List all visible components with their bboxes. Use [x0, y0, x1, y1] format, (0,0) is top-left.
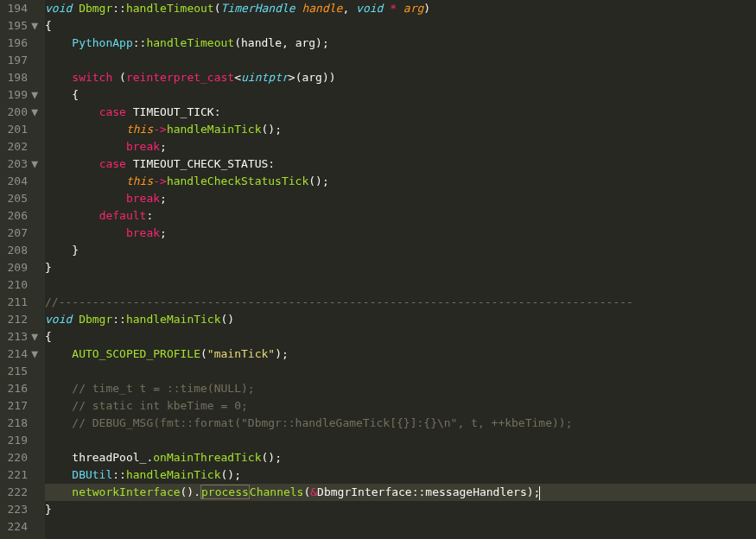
line-number: 207: [7, 225, 38, 242]
code-line[interactable]: AUTO_SCOPED_PROFILE("mainTick");: [45, 346, 756, 363]
line-number: 198: [7, 69, 38, 86]
fold-icon: ▼: [29, 155, 38, 173]
code-line[interactable]: [45, 276, 756, 294]
line-number: 218: [7, 415, 38, 432]
code-line[interactable]: PythonApp::handleTimeout(handle, arg);: [45, 35, 756, 52]
code-line[interactable]: this->handleCheckStatusTick();: [45, 173, 756, 190]
line-number: 221: [7, 466, 38, 484]
code-editor[interactable]: 194 195▼ 196 197 198 199▼ 200▼ 201 202 2…: [0, 0, 756, 539]
line-number: 222: [7, 484, 38, 501]
code-line[interactable]: }: [45, 259, 756, 276]
text-cursor: [539, 486, 540, 500]
code-line[interactable]: default:: [45, 207, 756, 225]
line-number: 212: [7, 311, 38, 328]
code-line[interactable]: this->handleMainTick();: [45, 121, 756, 138]
line-number: 209: [7, 259, 38, 276]
code-line[interactable]: {: [45, 17, 756, 35]
code-line[interactable]: case TIMEOUT_TICK:: [45, 104, 756, 121]
code-line[interactable]: // static int kbeTime = 0;: [45, 397, 756, 415]
line-number: 217: [7, 397, 38, 415]
code-line[interactable]: // time_t t = ::time(NULL);: [45, 380, 756, 397]
code-area[interactable]: void Dbmgr::handleTimeout(TimerHandle ha…: [45, 0, 756, 539]
line-number: 205: [7, 190, 38, 207]
fold-icon: ▼: [29, 346, 38, 363]
line-number: 204: [7, 173, 38, 190]
line-number: 214▼: [7, 346, 38, 363]
word-selection[interactable]: process: [200, 485, 250, 499]
fold-icon: ▼: [29, 86, 38, 104]
line-number: 216: [7, 380, 38, 397]
code-line[interactable]: [45, 363, 756, 380]
code-line[interactable]: switch (reinterpret_cast<uintptr>(arg)): [45, 69, 756, 86]
code-line-active[interactable]: networkInterface().processChannels(&Dbmg…: [45, 484, 756, 501]
code-line[interactable]: [45, 432, 756, 449]
code-line[interactable]: // DEBUG_MSG(fmt::format("Dbmgr::handleG…: [45, 415, 756, 432]
code-line[interactable]: void Dbmgr::handleTimeout(TimerHandle ha…: [45, 0, 756, 17]
code-line[interactable]: break;: [45, 190, 756, 207]
line-number: 206: [7, 207, 38, 225]
code-line[interactable]: break;: [45, 225, 756, 242]
code-line[interactable]: threadPool_.onMainThreadTick();: [45, 449, 756, 466]
line-number: 202: [7, 138, 38, 155]
line-number: 215: [7, 363, 38, 380]
code-line[interactable]: void Dbmgr::handleMainTick(): [45, 311, 756, 328]
line-number: 203▼: [7, 155, 38, 173]
code-line[interactable]: }: [45, 242, 756, 259]
line-number: 223: [7, 501, 38, 518]
line-number: 201: [7, 121, 38, 138]
line-number: 224: [7, 518, 38, 536]
code-line[interactable]: {: [45, 86, 756, 104]
line-number: 199▼: [7, 86, 38, 104]
code-line[interactable]: [45, 52, 756, 69]
line-number: 210: [7, 276, 38, 294]
line-number: 196: [7, 35, 38, 52]
code-line[interactable]: case TIMEOUT_CHECK_STATUS:: [45, 155, 756, 173]
line-number: 211: [7, 294, 38, 311]
gutter: 194 195▼ 196 197 198 199▼ 200▼ 201 202 2…: [0, 0, 45, 539]
line-number: 213▼: [7, 328, 38, 346]
code-line[interactable]: break;: [45, 138, 756, 155]
code-line[interactable]: //--------------------------------------…: [45, 294, 756, 311]
code-line[interactable]: [45, 518, 756, 536]
line-number: 220: [7, 449, 38, 466]
line-number: 219: [7, 432, 38, 449]
fold-icon: ▼: [29, 104, 38, 121]
code-line[interactable]: }: [45, 501, 756, 518]
line-number: 197: [7, 52, 38, 69]
code-line[interactable]: DBUtil::handleMainTick();: [45, 466, 756, 484]
line-number: 194: [7, 0, 38, 17]
fold-icon: ▼: [29, 328, 38, 346]
line-number: 208: [7, 242, 38, 259]
line-number: 195▼: [7, 17, 38, 35]
line-number: 200▼: [7, 104, 38, 121]
fold-icon: ▼: [29, 17, 38, 35]
code-line[interactable]: {: [45, 328, 756, 346]
